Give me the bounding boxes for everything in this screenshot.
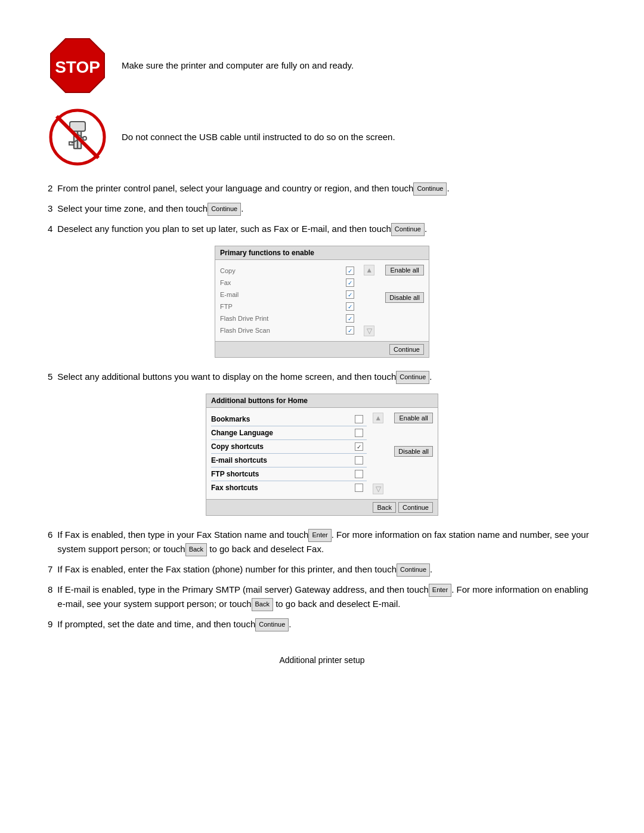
- primary-label-flashscan: Flash Drive Scan: [220, 327, 346, 334]
- primary-label-ftp: FTP: [220, 303, 346, 310]
- svg-text:STOP: STOP: [55, 58, 100, 76]
- primary-items-list: Copy Fax E-mail FTP: [220, 265, 358, 336]
- additional-dialog-box: Additional buttons for Home Bookmarks Ch…: [206, 394, 438, 516]
- step-2-button: Continue: [413, 182, 447, 196]
- primary-item-ftp: FTP: [220, 301, 358, 312]
- primary-item-email: E-mail: [220, 289, 358, 301]
- step-5-text: Select any additional buttons you want t…: [57, 370, 596, 384]
- additional-item-copyshortcuts: Copy shortcuts: [211, 440, 367, 454]
- footer-text: Additional printer setup: [48, 655, 596, 665]
- step-7-num: 7: [48, 562, 52, 577]
- primary-check-ftp[interactable]: [346, 302, 354, 311]
- primary-enable-all-button[interactable]: Enable all: [385, 265, 424, 275]
- step-3: 3 Select your time zone, and then touchC…: [48, 202, 596, 216]
- step-2: 2 From the printer control panel, select…: [48, 181, 596, 196]
- additional-item-changelang: Change Language: [211, 426, 367, 440]
- primary-item-flashscan: Flash Drive Scan: [220, 324, 358, 336]
- steps-list: 2 From the printer control panel, select…: [48, 181, 596, 631]
- additional-arrows: ▲ ▽: [370, 413, 386, 494]
- additional-enable-all-button[interactable]: Enable all: [394, 413, 433, 423]
- stop-sign-icon: STOP: [48, 36, 107, 95]
- additional-label-changelang: Change Language: [211, 429, 355, 437]
- step-7-button: Continue: [397, 563, 430, 577]
- step-5: 5 Select any additional buttons you want…: [48, 370, 596, 384]
- step-3-text: Select your time zone, and then touchCon…: [57, 202, 596, 216]
- step-6-back-button: Back: [185, 543, 207, 556]
- additional-dialog-body: Bookmarks Change Language Copy shortcuts: [206, 408, 438, 499]
- step-4-num: 4: [48, 222, 52, 236]
- additional-disable-all-button[interactable]: Disable all: [394, 446, 433, 457]
- primary-continue-button[interactable]: Continue: [389, 344, 424, 355]
- additional-item-ftpshortcuts: FTP shortcuts: [211, 467, 367, 481]
- step-7-text: If Fax is enabled, enter the Fax station…: [57, 562, 596, 577]
- primary-item-copy: Copy: [220, 265, 358, 277]
- step-8-enter-button: Enter: [429, 584, 451, 597]
- step-6-num: 6: [48, 528, 52, 556]
- step-2-num: 2: [48, 181, 52, 196]
- additional-item-emailshortcuts: E-mail shortcuts: [211, 454, 367, 467]
- additional-label-copyshortcuts: Copy shortcuts: [211, 442, 355, 451]
- step-4-text: Deselect any function you plan to set up…: [57, 222, 596, 236]
- step-9-text: If prompted, set the date and time, and …: [57, 617, 596, 631]
- primary-label-fax: Fax: [220, 279, 346, 286]
- primary-check-fax[interactable]: [346, 278, 354, 287]
- step-5-button: Continue: [396, 371, 429, 384]
- primary-check-email[interactable]: [346, 290, 354, 299]
- additional-check-bookmarks[interactable]: [355, 415, 363, 423]
- primary-dialog-body: Copy Fax E-mail FTP: [215, 260, 429, 341]
- additional-label-emailshortcuts: E-mail shortcuts: [211, 456, 355, 465]
- additional-label-ftpshortcuts: FTP shortcuts: [211, 470, 355, 478]
- step-8-num: 8: [48, 583, 52, 611]
- primary-disable-all-button[interactable]: Disable all: [385, 292, 424, 303]
- step-3-button: Continue: [208, 203, 241, 216]
- step-3-num: 3: [48, 202, 52, 216]
- additional-back-button[interactable]: Back: [373, 502, 395, 513]
- primary-label-email: E-mail: [220, 291, 346, 298]
- additional-dialog-title: Additional buttons for Home: [206, 394, 438, 408]
- step-4: 4 Deselect any function you plan to set …: [48, 222, 596, 236]
- step-2-text: From the printer control panel, select y…: [57, 181, 596, 196]
- additional-check-faxshortcuts[interactable]: [355, 484, 363, 492]
- primary-label-copy: Copy: [220, 267, 346, 274]
- primary-up-arrow[interactable]: ▲: [364, 265, 374, 275]
- step-6: 6 If Fax is enabled, then type in your F…: [48, 528, 596, 556]
- primary-item-fax: Fax: [220, 277, 358, 289]
- additional-check-ftpshortcuts[interactable]: [355, 470, 363, 478]
- primary-item-flashprint: Flash Drive Print: [220, 312, 358, 324]
- additional-check-copyshortcuts[interactable]: [355, 442, 363, 451]
- additional-check-changelang[interactable]: [355, 429, 363, 437]
- primary-side-buttons: Enable all Disable all: [380, 265, 424, 336]
- step-6-enter-button: Enter: [308, 529, 331, 542]
- additional-continue-button[interactable]: Continue: [398, 502, 433, 513]
- additional-item-faxshortcuts: Fax shortcuts: [211, 481, 367, 494]
- svg-point-10: [83, 137, 86, 140]
- step-8: 8 If E-mail is enabled, type in the Prim…: [48, 583, 596, 611]
- step-8-back-button: Back: [252, 598, 273, 611]
- primary-dialog-box: Primary functions to enable Copy Fax: [215, 246, 429, 358]
- primary-label-flashprint: Flash Drive Print: [220, 315, 346, 322]
- additional-check-emailshortcuts[interactable]: [355, 456, 363, 465]
- usb-no-connect-icon: [48, 107, 107, 167]
- additional-item-bookmarks: Bookmarks: [211, 413, 367, 426]
- step-9-button: Continue: [255, 618, 289, 631]
- additional-down-arrow[interactable]: ▽: [373, 484, 383, 494]
- primary-dialog-title: Primary functions to enable: [215, 246, 429, 260]
- additional-items-list: Bookmarks Change Language Copy shortcuts: [211, 413, 367, 494]
- primary-arrows: ▲ ▽: [361, 265, 377, 336]
- additional-side-buttons: Enable all Disable all: [389, 413, 433, 494]
- step-7: 7 If Fax is enabled, enter the Fax stati…: [48, 562, 596, 577]
- step-4-button: Continue: [391, 223, 425, 236]
- primary-down-arrow[interactable]: ▽: [364, 326, 374, 336]
- step-5-num: 5: [48, 370, 52, 384]
- additional-label-faxshortcuts: Fax shortcuts: [211, 484, 355, 492]
- step-6-text: If Fax is enabled, then type in your Fax…: [57, 528, 596, 556]
- primary-check-flashscan[interactable]: [346, 326, 354, 335]
- additional-label-bookmarks: Bookmarks: [211, 415, 355, 423]
- step-8-text: If E-mail is enabled, type in the Primar…: [57, 583, 596, 611]
- primary-check-flashprint[interactable]: [346, 314, 354, 323]
- primary-check-copy[interactable]: [346, 267, 354, 275]
- additional-up-arrow[interactable]: ▲: [373, 413, 383, 423]
- step-9-num: 9: [48, 617, 52, 631]
- additional-dialog-footer: Back Continue: [206, 499, 438, 515]
- additional-buttons-dialog: Additional buttons for Home Bookmarks Ch…: [48, 394, 596, 516]
